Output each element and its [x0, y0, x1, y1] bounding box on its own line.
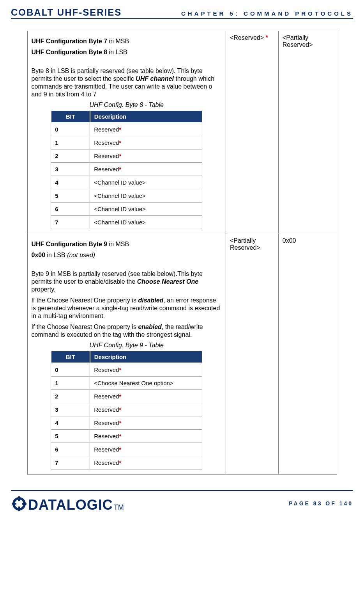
bit-number: 2: [51, 149, 90, 163]
bit-number: 0: [51, 123, 90, 136]
text: If the Choose Nearest One property is: [32, 297, 138, 304]
logo-text: DATALOGIC: [28, 497, 113, 513]
byte7-title: UHF Configuration Byte 7: [32, 38, 108, 44]
bit-number: 7: [51, 216, 90, 229]
text: in LSB: [107, 49, 127, 55]
bit-description: Reserved*: [90, 390, 202, 403]
bit-header: BIT: [51, 110, 90, 123]
choose-nearest-one-term: Choose Nearest One: [137, 278, 198, 285]
bit-number: 7: [51, 456, 90, 469]
bit-description: Reserved*: [90, 363, 202, 377]
bit-description: <Channel ID value>: [90, 189, 202, 203]
bit-description: <Channel ID value>: [90, 203, 202, 216]
cell-msb: <Reserved> *: [226, 31, 278, 234]
cell-description: UHF Configuration Byte 9 in MSB 0x00 in …: [27, 234, 226, 475]
description-header: Description: [90, 351, 202, 363]
byte8-table-caption: UHF Config. Byte 8 - Table: [32, 101, 222, 108]
disabled-term: disabled: [138, 297, 163, 304]
byte8-bit-table: BIT Description 0Reserved*1Reserved*2Res…: [51, 110, 203, 229]
asterisk-icon: *: [119, 406, 121, 413]
bit-row: 7Reserved*: [51, 456, 202, 469]
bit-number: 3: [51, 163, 90, 176]
bit-header: BIT: [51, 351, 90, 363]
bit-description: Reserved*: [90, 430, 202, 443]
bit-description: Reserved*: [90, 123, 202, 136]
bit-row: 6Reserved*: [51, 443, 202, 456]
bit-description: Reserved*: [90, 163, 202, 176]
bit-number: 5: [51, 430, 90, 443]
text: in MSB: [107, 38, 129, 44]
cell-lsb: 0x00: [278, 234, 337, 475]
asterisk-icon: *: [266, 34, 268, 41]
bit-row: 3Reserved*: [51, 403, 202, 416]
cell-description: UHF Configuration Byte 7 in MSB UHF Conf…: [27, 31, 226, 234]
bit-row: 7<Channel ID value>: [51, 216, 202, 229]
lsb-value: 0x00: [32, 252, 46, 258]
asterisk-icon: *: [119, 366, 121, 373]
partially-reserved-value: <Partially Reserved>: [230, 237, 260, 251]
bit-number: 5: [51, 189, 90, 203]
bit-row: 0Reserved*: [51, 123, 202, 136]
byte9-bit-table: BIT Description 0Reserved*1<Choose Neare…: [51, 350, 203, 469]
cell-msb: <Partially Reserved>: [226, 234, 278, 475]
text: in LSB: [45, 252, 67, 258]
bit-row: 5<Channel ID value>: [51, 189, 202, 203]
protocol-table: UHF Configuration Byte 7 in MSB UHF Conf…: [27, 31, 337, 475]
byte8-title: UHF Configuration Byte 8: [32, 49, 108, 55]
bit-description: Reserved*: [90, 443, 202, 456]
text: property.: [32, 286, 56, 293]
datalogic-logo: DATALOGIC TM: [11, 493, 124, 513]
bit-number: 6: [51, 443, 90, 456]
asterisk-icon: *: [119, 153, 121, 159]
byte9-title: UHF Configuration Byte 9: [32, 241, 108, 247]
bit-row: 1Reserved*: [51, 136, 202, 149]
lsb-hex-value: 0x00: [283, 237, 296, 244]
bit-number: 6: [51, 203, 90, 216]
bit-row: 4Reserved*: [51, 416, 202, 430]
bit-number: 2: [51, 390, 90, 403]
bit-row: 3Reserved*: [51, 163, 202, 176]
table-row: UHF Configuration Byte 9 in MSB 0x00 in …: [27, 234, 337, 475]
svg-rect-3: [12, 503, 16, 505]
enabled-term: enabled: [138, 324, 161, 330]
partially-reserved-value: <Partially Reserved>: [283, 34, 313, 48]
page-header: COBALT UHF-SERIES CHAPTER 5: COMMAND PRO…: [11, 7, 353, 19]
byte9-table-caption: UHF Config. Byte 9 - Table: [32, 342, 222, 349]
page-footer: DATALOGIC TM PAGE 83 OF 140: [11, 490, 353, 513]
bit-description: <Choose Nearest One option>: [90, 377, 202, 390]
not-used-note: (not used): [67, 252, 95, 258]
bit-row: 2Reserved*: [51, 390, 202, 403]
bit-row: 6<Channel ID value>: [51, 203, 202, 216]
bit-description: Reserved*: [90, 136, 202, 149]
asterisk-icon: *: [119, 139, 121, 146]
svg-rect-2: [18, 507, 20, 511]
bit-row: 5Reserved*: [51, 430, 202, 443]
asterisk-icon: *: [119, 446, 121, 453]
bit-description: <Channel ID value>: [90, 216, 202, 229]
bit-description: Reserved*: [90, 149, 202, 163]
cell-lsb: <Partially Reserved>: [278, 31, 337, 234]
text: If the Choose Nearest One property is: [32, 324, 138, 330]
bit-description: Reserved*: [90, 416, 202, 430]
header-right: CHAPTER 5: COMMAND PROTOCOLS: [181, 10, 353, 17]
bit-number: 1: [51, 377, 90, 390]
asterisk-icon: *: [119, 459, 121, 466]
bit-row: 1<Choose Nearest One option>: [51, 377, 202, 390]
page-number: PAGE 83 OF 140: [289, 500, 353, 507]
bit-number: 4: [51, 176, 90, 189]
svg-rect-4: [22, 503, 27, 505]
description-header: Description: [90, 110, 202, 123]
asterisk-icon: *: [119, 420, 121, 426]
uhf-channel-term: UHF channel: [136, 75, 174, 82]
bit-number: 1: [51, 136, 90, 149]
bit-row: 4<Channel ID value>: [51, 176, 202, 189]
bit-number: 4: [51, 416, 90, 430]
bit-row: 0Reserved*: [51, 363, 202, 377]
table-row: UHF Configuration Byte 7 in MSB UHF Conf…: [27, 31, 337, 234]
bit-number: 3: [51, 403, 90, 416]
asterisk-icon: *: [119, 126, 121, 133]
reserved-value: <Reserved>: [230, 34, 266, 41]
text: in MSB: [107, 241, 129, 247]
header-left: COBALT UHF-SERIES: [11, 7, 122, 18]
asterisk-icon: *: [119, 433, 121, 439]
